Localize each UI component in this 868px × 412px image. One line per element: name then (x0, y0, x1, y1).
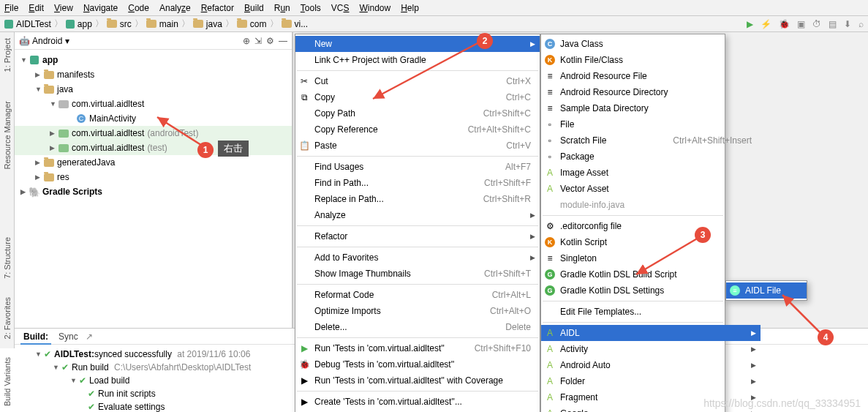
tab-project[interactable]: 1: Project (3, 38, 12, 72)
tree-node-pkg-androidtest[interactable]: ▶com.virtual.aidltest(androidTest) (15, 126, 292, 141)
profile-button[interactable]: ⏱ (812, 19, 821, 29)
menu-file[interactable]: File (4, 3, 18, 13)
menu-refactor[interactable]: Refactor (201, 3, 234, 13)
menu-item[interactable]: ▶Run 'Tests in 'com.virtual.aidltest''Ct… (295, 340, 540, 356)
menu-item[interactable]: AActivity▶ (541, 341, 761, 357)
run-button[interactable]: ▶ (747, 19, 753, 29)
menu-item[interactable]: 🐞Debug 'Tests in 'com.virtual.aidltest'' (295, 356, 540, 372)
menu-item[interactable]: Replace in Path...Ctrl+Shift+R (295, 191, 540, 207)
menu-build[interactable]: Build (244, 3, 264, 13)
menu-navigate[interactable]: Navigate (83, 3, 118, 13)
menu-item[interactable]: CJava Class (541, 36, 761, 52)
debug-button[interactable]: 🐞 (779, 19, 790, 29)
menu-vcs[interactable]: VCS (331, 3, 350, 13)
menu-item[interactable]: KKotlin File/Class (541, 52, 761, 68)
menu-item[interactable]: Copy ReferenceCtrl+Alt+Shift+C (295, 121, 540, 138)
menu-item[interactable]: Refactor▶ (295, 228, 540, 244)
menu-item[interactable]: Link C++ Project with Gradle (295, 52, 540, 68)
tree-node-app[interactable]: ▼app (15, 53, 292, 67)
menu-icon: G (545, 285, 555, 296)
menu-item[interactable]: ≡Sample Data Directory (541, 100, 761, 116)
menu-item[interactable]: ≡Singleton (541, 250, 761, 266)
crumb-java[interactable]: java (193, 19, 222, 29)
restore-icon[interactable]: ↗ (86, 332, 93, 342)
crumb-main[interactable]: main (146, 19, 178, 29)
tree-node-res[interactable]: ▶res (15, 170, 292, 184)
collapse-all-icon[interactable]: ⇲ (254, 36, 262, 46)
tab-favorites[interactable]: 2: Favorites (3, 297, 12, 339)
scroll-from-source-icon[interactable]: ⊕ (243, 36, 250, 46)
project-view-selector[interactable]: Android (32, 36, 62, 46)
menu-item[interactable]: Analyze▶ (295, 207, 540, 223)
menu-item[interactable]: module-info.java (541, 197, 761, 213)
crumb-pkg[interactable]: vi... (282, 19, 309, 29)
chevron-down-icon[interactable]: ▾ (65, 36, 69, 46)
menu-item[interactable]: AAIDL▶ (541, 325, 761, 341)
menu-item[interactable]: Copy PathCtrl+Shift+C (295, 105, 540, 121)
menu-item[interactable]: ▶Create 'Tests in 'com.virtual.aidltest'… (295, 394, 540, 410)
menu-item[interactable]: New▶ (295, 36, 540, 52)
menu-help[interactable]: Help (401, 3, 419, 13)
menu-item[interactable]: ⧉CopyCtrl+C (295, 89, 540, 105)
crumb-app[interactable]: app (66, 19, 92, 29)
tree-node-mainactivity[interactable]: CMainActivity (15, 111, 292, 126)
settings-icon[interactable]: ⚙ (266, 36, 274, 46)
menu-item[interactable]: Find UsagesAlt+F7 (295, 159, 540, 175)
menu-item[interactable]: Show Image ThumbnailsCtrl+Shift+T (295, 266, 540, 282)
tree-node-generatedjava[interactable]: ▶generatedJava (15, 155, 292, 170)
tab-structure[interactable]: 7: Structure (3, 237, 12, 279)
tree-node-manifests[interactable]: ▶manifests (15, 67, 292, 82)
menu-item[interactable]: ▫Package (541, 149, 761, 165)
new-submenu: CJava ClassKKotlin File/Class≡Android Re… (540, 34, 725, 412)
build-tab-build[interactable]: Build: (20, 329, 51, 345)
menu-item[interactable]: ▫File (541, 116, 761, 132)
menu-item[interactable]: 📋PasteCtrl+V (295, 138, 540, 154)
menu-item[interactable]: AAndroid Auto▶ (541, 357, 761, 373)
build-tab-sync[interactable]: Sync (56, 332, 81, 342)
tree-node-pkg-test[interactable]: ▶com.virtual.aidltest(test) (15, 141, 292, 155)
crumb-project[interactable]: AIDLTest (4, 19, 51, 29)
menu-code[interactable]: Code (128, 3, 149, 13)
tab-build-variants[interactable]: Build Variants (3, 357, 12, 406)
menu-item[interactable]: ✂CutCtrl+X (295, 73, 540, 89)
crumb-com[interactable]: com (237, 19, 267, 29)
menu-item[interactable]: ⚙.editorconfig file (541, 218, 761, 234)
menu-item[interactable]: ▫Scratch FileCtrl+Alt+Shift+Insert (541, 132, 761, 149)
menu-analyze[interactable]: Analyze (159, 3, 191, 13)
tab-resource-manager[interactable]: Resource Manager (3, 101, 12, 170)
avd-button[interactable]: ▤ (829, 19, 837, 29)
project-tree[interactable]: ▼app ▶manifests ▼java ▼com.virtual.aidlt… (15, 50, 292, 348)
menu-item[interactable]: Edit File Templates... (541, 304, 761, 320)
menu-view[interactable]: View (54, 3, 73, 13)
menu-item[interactable]: Delete...Delete (295, 319, 540, 335)
menu-edit[interactable]: Edit (29, 3, 44, 13)
menu-item[interactable]: Optimize ImportsCtrl+Alt+O (295, 303, 540, 319)
menu-icon: ⧉ (299, 92, 309, 102)
sdk-button[interactable]: ⬇ (844, 19, 851, 29)
menu-item[interactable]: ≡AIDL File (726, 282, 807, 299)
menu-item[interactable]: Reformat CodeCtrl+Alt+L (295, 287, 540, 303)
hide-icon[interactable]: — (279, 36, 287, 46)
stop-button[interactable]: ▣ (797, 19, 805, 29)
menu-item[interactable]: AImage Asset (541, 165, 761, 181)
menu-item[interactable]: Find in Path...Ctrl+Shift+F (295, 175, 540, 191)
menu-item[interactable]: ≡Android Resource File (541, 68, 761, 84)
annotation-badge-3: 3 (695, 227, 711, 243)
menu-item[interactable]: AFragment▶ (541, 389, 761, 405)
menu-item[interactable]: AVector Asset (541, 181, 761, 197)
menu-item[interactable]: AFolder▶ (541, 373, 761, 389)
tree-node-pkg-main[interactable]: ▼com.virtual.aidltest (15, 97, 292, 111)
menu-item[interactable]: AGoogle▶ (541, 405, 761, 412)
tree-node-java[interactable]: ▼java (15, 82, 292, 97)
apply-changes-button[interactable]: ⚡ (761, 19, 771, 29)
tree-node-gradle-scripts[interactable]: ▶🐘Gradle Scripts (15, 184, 292, 199)
search-button[interactable]: ⌕ (858, 19, 864, 29)
menu-item[interactable]: ▶Run 'Tests in 'com.virtual.aidltest'' w… (295, 372, 540, 389)
menu-tools[interactable]: Tools (301, 3, 321, 13)
menu-window[interactable]: Window (359, 3, 390, 13)
menu-run[interactable]: Run (274, 3, 290, 13)
menu-item[interactable]: Add to Favorites▶ (295, 250, 540, 266)
crumb-src[interactable]: src (107, 19, 132, 29)
menu-item[interactable]: ≡Android Resource Directory (541, 84, 761, 100)
menu-item[interactable]: KKotlin Script (541, 234, 761, 250)
